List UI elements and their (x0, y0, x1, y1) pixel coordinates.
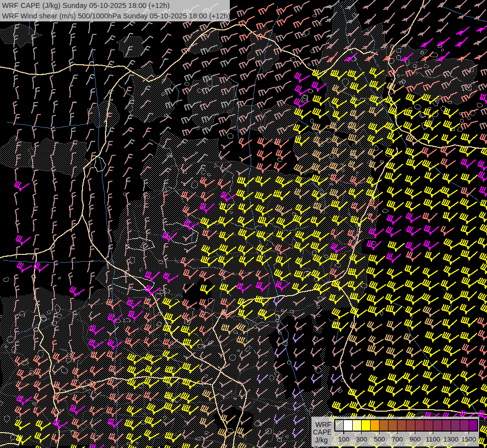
svg-text:700: 700 (391, 436, 403, 443)
svg-text:500: 500 (374, 436, 385, 443)
svg-text:300: 300 (356, 436, 368, 443)
svg-text:WRF CAPE (J/kg) Sunday 05-10-2: WRF CAPE (J/kg) Sunday 05-10-2025 18:00 … (2, 1, 170, 9)
svg-text:WRF Wind shear (m/s) 500/1000h: WRF Wind shear (m/s) 500/1000hPa Sunday … (2, 12, 230, 20)
svg-text:900: 900 (409, 436, 421, 443)
svg-text:1300: 1300 (443, 436, 458, 443)
svg-text:100: 100 (338, 436, 350, 443)
svg-text:J/kg: J/kg (315, 436, 328, 444)
svg-text:1500: 1500 (461, 436, 476, 443)
svg-text:CAPE: CAPE (313, 428, 332, 436)
svg-text:1100: 1100 (426, 436, 440, 443)
svg-text:WRF: WRF (315, 421, 331, 429)
